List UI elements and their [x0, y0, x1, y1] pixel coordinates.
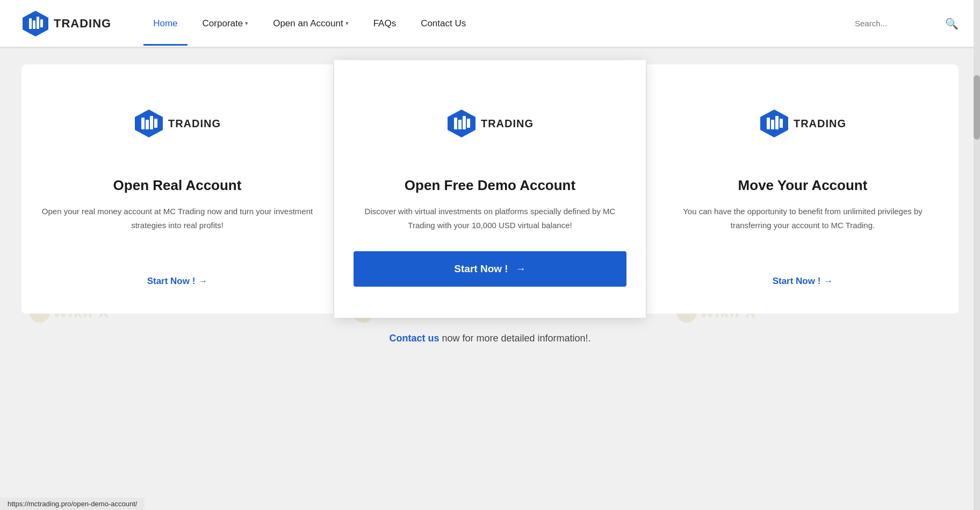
card-desc-demo: Discover with virtual investments on pla… — [354, 205, 626, 232]
bottom-contact-text: Contact us now for more detailed informa… — [21, 333, 959, 344]
demo-account-card: TRADING Open Free Demo Account Discover … — [334, 60, 646, 318]
nav-item-home[interactable]: Home — [143, 3, 187, 44]
svg-rect-13 — [463, 116, 466, 129]
svg-rect-11 — [454, 118, 457, 129]
svg-rect-3 — [37, 17, 39, 29]
nav-links: Home Corporate ▾ Open an Account ▾ FAQs … — [143, 3, 855, 44]
mc-logo-real: TRADING — [134, 108, 221, 139]
cards-section: TRADING Open Real Account Open your real… — [21, 64, 959, 314]
scrollbar-thumb[interactable] — [974, 75, 980, 140]
mc-logo-demo: TRADING — [446, 108, 534, 139]
mc-logo-move: TRADING — [759, 108, 846, 139]
mc-logo-text-demo: TRADING — [481, 118, 534, 130]
nav-item-corporate[interactable]: Corporate ▾ — [193, 3, 258, 44]
search-button[interactable]: 🔍 — [945, 17, 959, 30]
card-logo-demo: TRADING — [354, 91, 626, 156]
logo-text: TRADING — [54, 17, 111, 31]
bottom-text-post: now for more detailed information!. — [439, 333, 590, 344]
svg-rect-8 — [150, 116, 153, 129]
svg-rect-16 — [767, 118, 770, 129]
arrow-icon-demo: → — [516, 263, 526, 275]
navbar: TRADING Home Corporate ▾ Open an Account… — [0, 0, 980, 48]
nav-item-faqs[interactable]: FAQs — [364, 3, 406, 44]
chevron-down-icon: ▾ — [345, 20, 349, 27]
mc-logo-text-real: TRADING — [168, 118, 221, 130]
mc-logo-icon-real — [134, 108, 164, 139]
arrow-icon-move: → — [824, 276, 833, 287]
svg-rect-9 — [154, 119, 157, 128]
status-bar: https://mctrading.pro/open-demo-account/ — [0, 498, 145, 510]
real-account-card: TRADING Open Real Account Open your real… — [21, 64, 333, 314]
card-title-demo: Open Free Demo Account — [405, 177, 575, 194]
logo-icon — [21, 10, 49, 38]
search-area: 🔍 — [855, 17, 959, 30]
mc-logo-icon-demo — [446, 108, 477, 139]
svg-rect-7 — [146, 120, 149, 129]
card-title-move: Move Your Account — [738, 177, 868, 194]
logo[interactable]: TRADING — [21, 10, 111, 38]
search-input[interactable] — [855, 19, 941, 28]
svg-rect-6 — [141, 118, 145, 129]
card-title-real: Open Real Account — [113, 177, 242, 194]
arrow-icon-real: → — [198, 276, 207, 287]
mc-logo-icon-move — [759, 108, 789, 139]
status-url: https://mctrading.pro/open-demo-account/ — [8, 500, 137, 508]
svg-rect-18 — [775, 116, 779, 129]
svg-rect-4 — [40, 19, 43, 27]
svg-rect-17 — [771, 120, 774, 129]
contact-us-link[interactable]: Contact us — [389, 333, 439, 344]
svg-rect-2 — [33, 20, 35, 29]
svg-rect-12 — [458, 120, 462, 129]
svg-rect-14 — [467, 119, 470, 128]
start-now-move-button[interactable]: Start Now ! → — [773, 276, 833, 287]
card-logo-move: TRADING — [666, 91, 939, 156]
svg-rect-1 — [29, 18, 32, 29]
start-now-demo-button[interactable]: Start Now ! → — [354, 251, 626, 287]
chevron-down-icon: ▾ — [245, 20, 248, 27]
mc-logo-text-move: TRADING — [794, 118, 846, 130]
move-account-card: TRADING Move Your Account You can have t… — [647, 64, 959, 314]
nav-item-open-account[interactable]: Open an Account ▾ — [263, 3, 358, 44]
card-logo-real: TRADING — [41, 91, 314, 156]
card-desc-real: Open your real money account at MC Tradi… — [41, 205, 314, 257]
scrollbar — [974, 0, 980, 510]
start-now-real-button[interactable]: Start Now ! → — [147, 276, 208, 287]
nav-item-contact[interactable]: Contact Us — [411, 3, 475, 44]
svg-rect-19 — [780, 119, 783, 128]
card-desc-move: You can have the opportunity to benefit … — [666, 205, 939, 257]
main-content: WikiFX WikiFX WikiFX WikiFX WikiFX WikiF… — [0, 48, 980, 510]
